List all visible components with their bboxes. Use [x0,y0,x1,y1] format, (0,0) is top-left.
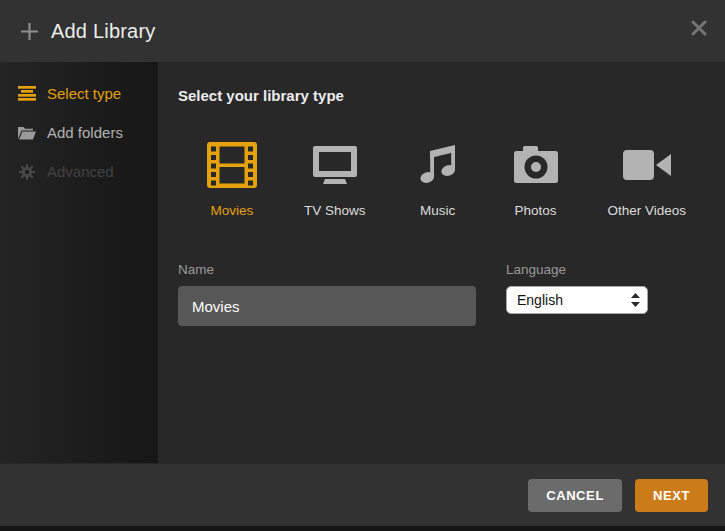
sidebar: Select type Add folders [0,62,158,463]
section-heading: Select your library type [178,87,725,104]
language-label: Language [506,262,648,277]
dialog-footer: CANCEL NEXT [0,463,725,526]
library-type-picker: Movies TV Shows [206,140,725,218]
name-field-group: Name [178,262,476,326]
sidebar-item-label: Advanced [47,163,114,180]
type-label: TV Shows [304,203,366,218]
name-label: Name [178,262,476,277]
next-button[interactable]: NEXT [635,479,708,512]
name-input[interactable] [178,286,476,326]
type-label: Other Videos [608,203,687,218]
type-label: Photos [515,203,557,218]
cancel-button[interactable]: CANCEL [528,479,622,512]
dialog-header: Add Library [0,0,725,62]
sidebar-item-advanced: Advanced [0,152,158,191]
dialog-body: Select type Add folders [0,62,725,463]
camera-icon [513,140,559,190]
type-other-videos[interactable]: Other Videos [608,140,687,218]
plus-icon [20,22,39,41]
language-select[interactable]: English [506,286,648,314]
sidebar-item-label: Select type [47,85,121,102]
library-form: Name Language English [178,262,725,326]
tv-icon [310,140,360,190]
language-field-group: Language English [506,262,648,314]
sidebar-item-select-type[interactable]: Select type [0,74,158,113]
add-library-dialog: Add Library Select type [0,0,725,531]
type-photos[interactable]: Photos [510,140,562,218]
video-camera-icon [623,140,671,190]
type-music[interactable]: Music [412,140,464,218]
type-label: Music [420,203,455,218]
sidebar-item-add-folders[interactable]: Add folders [0,113,158,152]
close-icon[interactable] [690,19,708,37]
film-icon [207,140,257,190]
select-type-icon [18,86,36,101]
language-select-wrap: English [506,286,648,314]
type-movies[interactable]: Movies [206,140,258,218]
page-background-edge [0,526,725,531]
type-tv-shows[interactable]: TV Shows [304,140,366,218]
type-label: Movies [211,203,254,218]
music-note-icon [415,140,461,190]
sidebar-item-label: Add folders [47,124,123,141]
folder-icon [18,126,36,140]
gear-icon [18,164,36,180]
dialog-title: Add Library [51,20,155,43]
main-panel: Select your library type [158,62,725,463]
